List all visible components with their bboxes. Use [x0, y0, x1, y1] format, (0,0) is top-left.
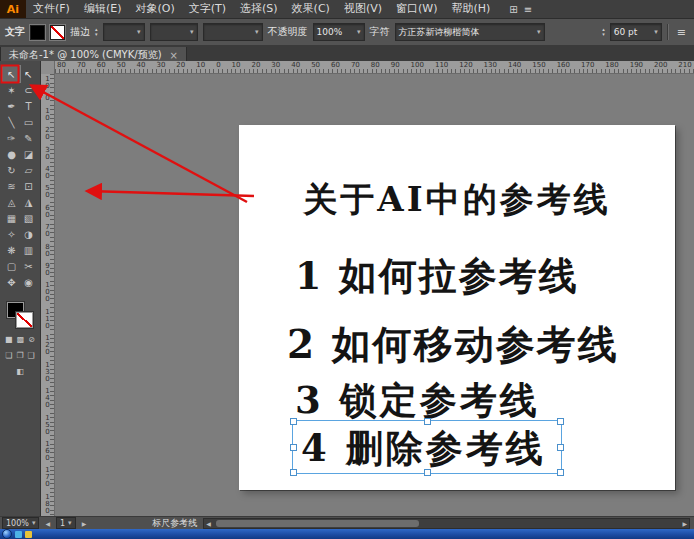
selection-bounding-box[interactable]	[292, 420, 562, 474]
magic-wand-tool[interactable]: ✶	[3, 82, 20, 98]
artboard-line-3[interactable]: 3 锁定参考线	[295, 376, 540, 426]
gradient-tool[interactable]: ▧	[20, 210, 37, 226]
color-fill-button[interactable]: ■	[5, 335, 13, 344]
menu-help[interactable]: 帮助(H)	[444, 0, 497, 18]
taskbar-app-icon[interactable]	[15, 531, 22, 538]
pencil-tool[interactable]: ✎	[20, 130, 37, 146]
lasso-tool[interactable]: ⊂	[20, 82, 37, 98]
free-transform-tool[interactable]: ⊡	[20, 178, 37, 194]
selection-handle[interactable]	[557, 444, 564, 451]
next-artboard-button[interactable]: ▶	[80, 520, 89, 527]
prev-artboard-button[interactable]: ◀	[43, 520, 52, 527]
taskbar-app-icon[interactable]	[25, 531, 32, 538]
blob-brush-tool[interactable]: ●	[3, 146, 20, 162]
horizontal-ruler[interactable]: 8070605040302010010203040506070809010011…	[55, 61, 694, 74]
font-family-select[interactable]: 方正苏新诗柳楷简体 ▾	[395, 23, 545, 41]
selection-handle[interactable]	[424, 469, 431, 476]
font-size-stepper[interactable]: ▴ ▾	[602, 27, 605, 37]
opacity-select[interactable]: 100% ▾	[313, 23, 365, 41]
zoom-select[interactable]: 100% ▾	[2, 517, 39, 529]
horizontal-scrollbar[interactable]: ◀ ▶	[203, 518, 690, 529]
width-tool[interactable]: ≋	[3, 178, 20, 194]
selection-tool[interactable]: ↖	[3, 66, 20, 82]
stroke-weight-select[interactable]: ▾	[103, 23, 145, 41]
font-size-select[interactable]: 60 pt ▾	[610, 23, 662, 41]
none-fill-button[interactable]: ⊘	[28, 335, 35, 344]
type-tool[interactable]: T	[20, 98, 37, 114]
arrange-documents-icon[interactable]: ⊞	[509, 4, 517, 15]
menu-select[interactable]: 选择(S)	[233, 0, 285, 18]
menu-object[interactable]: 对象(O)	[128, 0, 181, 18]
horizontal-ruler-row: 8070605040302010010203040506070809010011…	[41, 61, 694, 74]
vertical-ruler[interactable]: 1001020304050607080901001101201301401501…	[41, 74, 55, 517]
scroll-right-icon[interactable]: ▶	[680, 520, 689, 527]
pen-tool[interactable]: ✒	[3, 98, 20, 114]
menu-type[interactable]: 文字(T)	[182, 0, 233, 18]
ruler-label: 110	[435, 61, 448, 70]
ruler-corner[interactable]	[41, 61, 55, 75]
start-button[interactable]	[2, 529, 12, 539]
ruler-label: 140	[44, 388, 52, 409]
rotate-tool[interactable]: ↻	[3, 162, 20, 178]
artboard-number-select[interactable]: 1 ▾	[56, 517, 76, 529]
canvas[interactable]: 关于AI中的参考线 1 如何拉参考线 2 如何移动参考线 3 锁定参考线 4 删…	[55, 74, 694, 517]
menu-view[interactable]: 视图(V)	[337, 0, 389, 18]
selection-handle[interactable]	[290, 444, 297, 451]
mesh-tool[interactable]: ▦	[3, 210, 20, 226]
slice-tool[interactable]: ✂	[20, 258, 37, 274]
eyedropper-tool[interactable]: ✧	[3, 226, 20, 242]
menu-window[interactable]: 窗口(W)	[389, 0, 444, 18]
hand-tool[interactable]: ✥	[3, 274, 20, 290]
stroke-color-swatch[interactable]	[50, 25, 65, 40]
selection-handle[interactable]	[557, 469, 564, 476]
menu-edit[interactable]: 编辑(E)	[77, 0, 129, 18]
selection-handle[interactable]	[557, 418, 564, 425]
draw-behind-button[interactable]: ❐	[16, 351, 23, 360]
width-profile-select[interactable]: ▾	[150, 23, 198, 41]
document-pane: 8070605040302010010203040506070809010011…	[41, 61, 694, 517]
gradient-fill-button[interactable]: ▩	[17, 335, 25, 344]
paintbrush-tool[interactable]: ✑	[3, 130, 20, 146]
stroke-weight-stepper[interactable]: ▴ ▾	[95, 27, 98, 37]
blend-tool[interactable]: ◑	[20, 226, 37, 242]
selection-handle[interactable]	[290, 469, 297, 476]
artboard-line-1[interactable]: 1 如何拉参考线	[295, 251, 579, 302]
scroll-left-icon[interactable]: ◀	[204, 520, 213, 527]
ruler-label: 10	[44, 76, 52, 90]
scale-tool[interactable]: ▱	[20, 162, 37, 178]
ruler-label: 40	[137, 61, 146, 70]
line-segment-tool[interactable]: ╲	[3, 114, 20, 130]
shape-builder-tool[interactable]: ◬	[3, 194, 20, 210]
chevron-down-icon: ▾	[654, 28, 658, 36]
ruler-label: 0	[44, 95, 52, 102]
rectangle-tool[interactable]: ▭	[20, 114, 37, 130]
perspective-grid-tool[interactable]: ◮	[20, 194, 37, 210]
draw-inside-button[interactable]: ❑	[28, 351, 35, 360]
workspace-menu-icon[interactable]: ≡	[524, 4, 532, 15]
zoom-tool[interactable]: ◉	[20, 274, 37, 290]
scrollbar-thumb[interactable]	[216, 520, 420, 527]
app-logo[interactable]: Ai	[0, 0, 26, 18]
selection-handle[interactable]	[424, 418, 431, 425]
artboard-line-2[interactable]: 2 如何移动参考线	[287, 318, 619, 372]
fill-type-buttons: ■▩⊘	[5, 335, 35, 344]
menu-file[interactable]: 文件(F)	[26, 0, 77, 18]
column-graph-tool[interactable]: ▥	[20, 242, 37, 258]
symbol-sprayer-tool[interactable]: ❋	[3, 242, 20, 258]
fill-color-swatch[interactable]	[30, 25, 45, 40]
menu-effect[interactable]: 效果(C)	[285, 0, 337, 18]
close-icon[interactable]: ×	[170, 50, 178, 61]
draw-normal-button[interactable]: ❏	[5, 351, 12, 360]
eraser-tool[interactable]: ◪	[20, 146, 37, 162]
screen-mode-button[interactable]: ◧	[16, 367, 24, 376]
selection-handle[interactable]	[290, 418, 297, 425]
artboard-tool[interactable]: ▢	[3, 258, 20, 274]
chevron-down-icon: ▾	[255, 28, 259, 36]
drawing-mode-buttons: ❏❐❑	[5, 351, 35, 360]
panel-menu-icon[interactable]: ≡	[674, 26, 689, 39]
brush-definition-select[interactable]: ▾	[203, 23, 263, 41]
artboard-title-text[interactable]: 关于AI中的参考线	[303, 177, 610, 223]
toolbar-stroke-swatch[interactable]	[16, 312, 33, 328]
direct-selection-tool[interactable]: ↖	[20, 66, 37, 82]
ruler-label: 110	[44, 309, 52, 330]
